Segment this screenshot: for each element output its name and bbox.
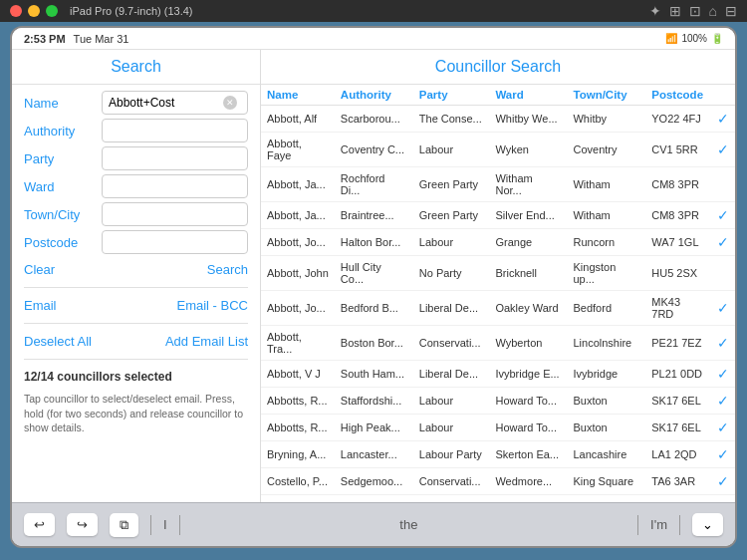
cell-party: Labour [413, 133, 490, 167]
deselect-all-button[interactable]: Deselect All [24, 334, 92, 349]
cell-name: Abbott, Alf [261, 106, 335, 133]
authority-label: Authority [24, 124, 94, 139]
party-input[interactable] [109, 151, 241, 165]
cell-party: Conservati... [413, 468, 490, 495]
search-button[interactable]: Search [207, 262, 248, 277]
table-row[interactable]: Bryning, A... Lancaster... Labour Party … [261, 441, 735, 468]
search-form: Name ✕ Authority Party [12, 85, 260, 443]
name-row: Name ✕ [24, 91, 248, 115]
table-row[interactable]: Abbott, V J South Ham... Liberal De... I… [261, 361, 735, 388]
keyboard-word-3[interactable]: I'm [650, 517, 667, 532]
cell-towncity: Runcorn [567, 229, 645, 256]
add-email-list-button[interactable]: Add Email List [165, 334, 248, 349]
name-clear-badge[interactable]: ✕ [223, 96, 237, 110]
undo-button[interactable]: ↩ [24, 513, 55, 536]
cell-postcode: CM8 3PR [645, 167, 711, 202]
table-row[interactable]: Abbott, Ja... Braintree... Green Party S… [261, 202, 735, 229]
table-row[interactable]: Abbott, Alf Scarborou... The Conse... Wh… [261, 106, 735, 133]
checkmark-icon: ✓ [717, 473, 729, 489]
table-row[interactable]: Abbotts, R... Staffordshi... Labour Howa… [261, 388, 735, 415]
checkmark-icon: ✓ [717, 366, 729, 382]
copy-button[interactable]: ⧉ [110, 513, 138, 537]
postcode-input-wrapper [102, 230, 248, 254]
camera-icon[interactable]: ⊡ [689, 3, 701, 19]
cell-selected: ✓ [711, 106, 735, 133]
redo-button[interactable]: ↪ [67, 513, 98, 536]
cell-authority: Coventry C... [335, 133, 413, 167]
cell-authority: High Peak... [335, 415, 413, 441]
email-bcc-link[interactable]: Email - BCC [176, 298, 248, 313]
clear-button[interactable]: Clear [24, 262, 55, 277]
table-row[interactable]: Abbott, Faye Coventry C... Labour Wyken … [261, 133, 735, 167]
email-link[interactable]: Email [24, 298, 57, 313]
star-icon[interactable]: ✦ [649, 3, 661, 19]
party-row: Party [24, 146, 248, 170]
ios-keyboard-bar: ↩ ↪ ⧉ I the I'm ⌄ [12, 502, 735, 546]
cell-name: Costello, P... [261, 468, 335, 495]
table-row[interactable]: Abbott, John Hull City Co... No Party Br… [261, 256, 735, 291]
table-row[interactable]: Gabbott, P... Chorley Co... Labour Gro..… [261, 495, 735, 503]
table-row[interactable]: Abbott, Ja... Rochford Di... Green Party… [261, 167, 735, 202]
cell-towncity: Buxton [567, 415, 645, 441]
cell-postcode: PR7 1DP [645, 495, 711, 503]
cell-authority: Scarborou... [335, 106, 413, 133]
help-text: Tap councillor to select/deselect email.… [24, 390, 248, 437]
traffic-light-minimize[interactable] [28, 5, 40, 17]
grid-icon[interactable]: ⊞ [669, 3, 681, 19]
left-panel-header: Search [12, 50, 260, 85]
name-input[interactable] [109, 96, 223, 110]
cell-selected: ✓ [711, 388, 735, 415]
authority-input[interactable] [109, 124, 241, 138]
keyboard-word-2[interactable]: the [192, 517, 625, 532]
cell-authority: Boston Bor... [335, 326, 413, 361]
status-time: 2:53 PM [24, 33, 66, 45]
cell-towncity: Witham [567, 167, 645, 202]
cell-towncity: Chorley [567, 495, 645, 503]
authority-row: Authority [24, 119, 248, 142]
cell-ward: Whitby We... [489, 106, 567, 133]
postcode-input[interactable] [109, 235, 241, 249]
cell-ward: Ivybridge E... [489, 361, 567, 388]
ward-input[interactable] [109, 179, 241, 193]
battery-text: 100% [681, 33, 707, 44]
keyboard-divider-3 [637, 515, 638, 535]
cell-party: Green Party [413, 167, 490, 202]
form-divider-3 [24, 359, 248, 360]
col-name: Name [261, 85, 335, 106]
towncity-input[interactable] [109, 207, 241, 221]
keyboard-word-1[interactable]: I [163, 517, 167, 532]
checkmark-icon: ✓ [717, 446, 729, 462]
cell-towncity: Whitby [567, 106, 645, 133]
cell-name: Abbotts, R... [261, 415, 335, 441]
table-row[interactable]: Costello, P... Sedgemoo... Conservati...… [261, 468, 735, 495]
table-row[interactable]: Abbott, Jo... Halton Bor... Labour Grang… [261, 229, 735, 256]
table-row[interactable]: Abbotts, R... High Peak... Labour Howard… [261, 415, 735, 441]
cell-name: Abbott, Jo... [261, 291, 335, 326]
cell-towncity: Witham [567, 202, 645, 229]
cell-name: Abbotts, R... [261, 388, 335, 415]
cell-name: Abbott, John [261, 256, 335, 291]
share-icon[interactable]: ⊟ [725, 3, 737, 19]
cell-selected: ✓ [711, 133, 735, 167]
cell-selected: ✓ [711, 202, 735, 229]
councillor-table: Name Authority Party Ward Town/City Post… [261, 85, 735, 502]
councillors-data-table: Name Authority Party Ward Town/City Post… [261, 85, 735, 502]
traffic-light-close[interactable] [10, 5, 22, 17]
traffic-light-fullscreen[interactable] [46, 5, 58, 17]
checkmark-icon: ✓ [717, 141, 729, 157]
cell-party: Labour Gro... [413, 495, 490, 503]
cell-ward: Bricknell [489, 256, 567, 291]
table-row[interactable]: Abbott, Jo... Bedford B... Liberal De...… [261, 291, 735, 326]
keyboard-chevron-down[interactable]: ⌄ [692, 513, 723, 536]
checkmark-icon: ✓ [717, 111, 729, 127]
authority-input-wrapper [102, 119, 248, 142]
keyboard-divider-4 [679, 515, 680, 535]
cell-selected: ✓ [711, 495, 735, 503]
cell-postcode: HU5 2SX [645, 256, 711, 291]
home-icon[interactable]: ⌂ [709, 3, 717, 19]
cell-postcode: CV1 5RR [645, 133, 711, 167]
checkmark-icon: ✓ [717, 207, 729, 223]
cell-towncity: Coventry [567, 133, 645, 167]
table-row[interactable]: Abbott, Tra... Boston Bor... Conservati.… [261, 326, 735, 361]
name-label: Name [24, 96, 94, 111]
